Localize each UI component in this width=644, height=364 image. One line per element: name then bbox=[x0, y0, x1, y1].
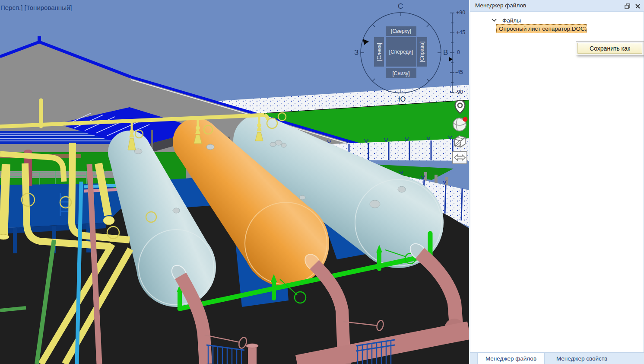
tree-root-label: Файлы bbox=[502, 17, 521, 24]
view-mode-label: Персп.] [Тонированный] bbox=[0, 4, 72, 11]
compass-south-label: Ю bbox=[398, 95, 406, 104]
tree-node-files[interactable]: Файлы bbox=[470, 16, 521, 25]
compass-north-label: С bbox=[398, 2, 403, 11]
orbit-sphere-icon[interactable] bbox=[452, 116, 468, 132]
tilt-tick-label: -90 bbox=[455, 89, 469, 95]
tilt-tick-label: 0 bbox=[457, 49, 469, 55]
view-right-button[interactable]: [Справа] bbox=[417, 37, 427, 67]
tilt-tick-label: +90 bbox=[456, 10, 469, 16]
view-bottom-button[interactable]: [Снизу] bbox=[386, 68, 416, 78]
panel-tab-bar: Менеджер файлов Менеджер свойств bbox=[470, 352, 644, 364]
compass-west-label: З bbox=[354, 48, 358, 57]
close-icon[interactable] bbox=[634, 2, 641, 10]
tilt-tick-label: -45 bbox=[455, 69, 469, 75]
pan-arrows-icon[interactable] bbox=[452, 150, 468, 165]
chevron-down-icon[interactable] bbox=[492, 19, 497, 22]
save-as-menu-item[interactable]: Сохранить как bbox=[577, 43, 642, 54]
tab-file-manager[interactable]: Менеджер файлов bbox=[477, 353, 545, 364]
section-cube-icon[interactable] bbox=[452, 133, 468, 150]
float-window-icon[interactable] bbox=[623, 2, 631, 10]
tree-item-file[interactable]: Опросный лист сепаратор.DOCX bbox=[496, 24, 587, 33]
tilt-tick-label: +45 bbox=[456, 29, 469, 35]
context-menu: Сохранить как bbox=[576, 41, 644, 55]
cad-application: Персп.] [Тонированный] С Ю З В [Сверху] … bbox=[0, 0, 644, 364]
file-tree: Файлы Опросный лист сепаратор.DOCX Сохра… bbox=[470, 12, 644, 352]
compass-east-label: В bbox=[443, 48, 448, 57]
file-manager-panel: Менеджер файлов Файлы Опросный лист сепа… bbox=[469, 0, 644, 364]
panel-header: Менеджер файлов bbox=[470, 0, 644, 12]
view-left-button[interactable]: [Слева] bbox=[374, 37, 384, 67]
panel-title: Менеджер файлов bbox=[475, 2, 526, 9]
nav-tools bbox=[452, 99, 469, 165]
view-front-button[interactable]: [Спереди] bbox=[386, 37, 416, 67]
tab-property-manager[interactable]: Менеджер свойств bbox=[545, 353, 619, 364]
3d-viewport[interactable]: Персп.] [Тонированный] С Ю З В [Сверху] … bbox=[0, 0, 469, 364]
location-pin-icon[interactable] bbox=[452, 99, 468, 115]
view-top-button[interactable]: [Сверху] bbox=[386, 26, 416, 36]
compass-marker-icon bbox=[363, 39, 370, 45]
